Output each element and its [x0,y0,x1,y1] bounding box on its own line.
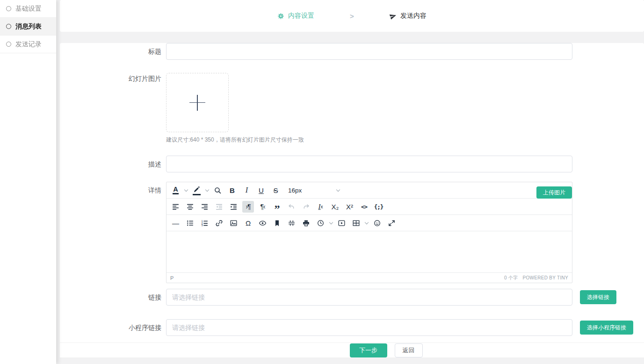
table-icon [352,219,360,227]
fullscreen-button[interactable] [386,217,398,229]
code-view-button[interactable]: <> [358,201,370,213]
link-row: 链接 选择链接 [60,289,644,306]
outdent-icon [215,203,223,211]
link-input[interactable] [166,289,572,306]
font-size-value: 16px [288,187,302,194]
miniprogram-link-label: 小程序链接 [60,319,166,336]
editor-toolbar-row-1: A [166,182,572,199]
insert-datetime-button[interactable] [315,217,326,229]
horizontal-rule-button[interactable]: ― [170,217,181,229]
align-left-button[interactable] [170,201,181,213]
powered-by-tiny[interactable]: POWERED BY TINY [523,275,568,280]
image-upload-box[interactable] [166,73,229,132]
blockquote-button[interactable]: ” [271,201,283,213]
numbered-list-button[interactable]: 123 [199,217,210,229]
forecolor-button[interactable]: A [170,185,181,196]
align-left-icon [172,203,180,211]
undo-icon [288,203,296,211]
editor-body[interactable] [166,231,572,272]
step-label: 发送内容 [400,12,427,20]
redo-icon [302,203,310,211]
superscript-button[interactable]: X² [344,201,355,213]
description-row: 描述 [60,156,644,172]
title-input[interactable] [166,43,572,60]
strikethrough-button[interactable]: S [270,185,282,196]
forecolor-icon: A [173,186,178,194]
insert-link-button[interactable] [213,217,225,229]
back-button[interactable]: 返回 [395,343,423,357]
sidebar-item-label: 基础设置 [15,5,42,13]
special-character-button[interactable]: Ω [242,217,254,229]
stepper: 内容设置 > 发送内容 [60,0,644,32]
ltr-button[interactable]: ›¶ [242,201,254,213]
underline-button[interactable]: U [255,185,267,196]
fullscreen-icon [388,219,396,227]
miniprogram-link-row: 小程序链接 选择小程序链接 [60,319,644,336]
printer-icon [302,219,310,227]
slides-size-hint: 建议尺寸:640 * 350，请将所有幻灯片图片尺寸保持一致 [166,136,572,144]
sidebar-item-basic-settings[interactable]: 基础设置 [0,0,56,18]
step-send-content[interactable]: 发送内容 [390,12,427,20]
link-label: 链接 [60,289,166,306]
chevron-down-icon[interactable] [205,187,209,191]
step-content-settings[interactable]: 内容设置 [277,12,314,20]
select-link-button[interactable]: 选择链接 [580,290,616,304]
detail-label: 详情 [60,182,166,199]
search-replace-button[interactable] [212,185,224,196]
send-plane-icon [389,12,398,21]
anchor-button[interactable] [271,217,283,229]
link-icon [215,219,223,227]
insert-media-button[interactable] [336,217,347,229]
chevron-down-icon [336,187,340,191]
chevron-down-icon[interactable] [365,220,369,224]
chevron-down-icon[interactable] [184,187,188,191]
editor-status-bar: P 0 个字 POWERED BY TINY [166,272,572,283]
miniprogram-link-input[interactable] [166,319,572,336]
rtl-button[interactable]: ¶‹ [257,201,268,213]
title-row: 标题 [60,43,644,60]
indent-icon [230,203,238,211]
emoticons-button[interactable] [371,217,383,229]
eye-icon [259,219,267,227]
sidebar-item-label: 发送记录 [15,40,42,49]
description-label: 描述 [60,156,166,172]
numbered-list-icon: 123 [201,219,209,227]
next-step-button[interactable]: 下一步 [350,343,387,357]
outdent-button[interactable] [213,201,225,213]
sidebar-item-send-records[interactable]: 发送记录 [0,36,56,53]
upload-image-button[interactable]: 上传图片 [536,186,572,199]
italic-button[interactable]: I [241,185,253,196]
page-break-button[interactable] [286,217,297,229]
table-button[interactable] [350,217,362,229]
step-separator: > [350,12,354,20]
print-button[interactable] [300,217,312,229]
description-input[interactable] [166,156,572,172]
redo-button[interactable] [300,201,312,213]
clear-formatting-button[interactable]: Ix [315,201,326,213]
code-sample-button[interactable]: {;} [373,201,384,213]
font-size-select[interactable]: 16px [288,187,340,194]
sidebar-item-label: 消息列表 [15,22,42,31]
align-right-icon [201,203,209,211]
bold-button[interactable]: B [226,185,238,196]
element-path: P [170,275,174,281]
sidebar-item-message-list[interactable]: 消息列表 [0,18,56,36]
preview-button[interactable] [257,217,268,229]
align-center-button[interactable] [184,201,196,213]
align-right-button[interactable] [199,201,210,213]
page-break-icon [288,219,296,227]
smiley-icon [373,219,381,227]
radio-circle-icon [6,6,11,11]
select-miniprogram-link-button[interactable]: 选择小程序链接 [580,321,633,335]
indent-button[interactable] [228,201,239,213]
form-panel: 标题 幻灯片图片 建议尺寸:640 * 350，请将所有幻灯片图片尺寸保持一致 … [60,43,644,343]
chevron-down-icon[interactable] [329,220,333,224]
backcolor-button[interactable] [191,185,203,196]
plus-icon [189,95,205,111]
align-center-icon [186,203,194,211]
step-label: 内容设置 [288,12,314,20]
undo-button[interactable] [286,201,297,213]
insert-image-button[interactable] [228,217,239,229]
bullet-list-button[interactable] [184,217,196,229]
subscript-button[interactable]: X₂ [329,201,341,213]
